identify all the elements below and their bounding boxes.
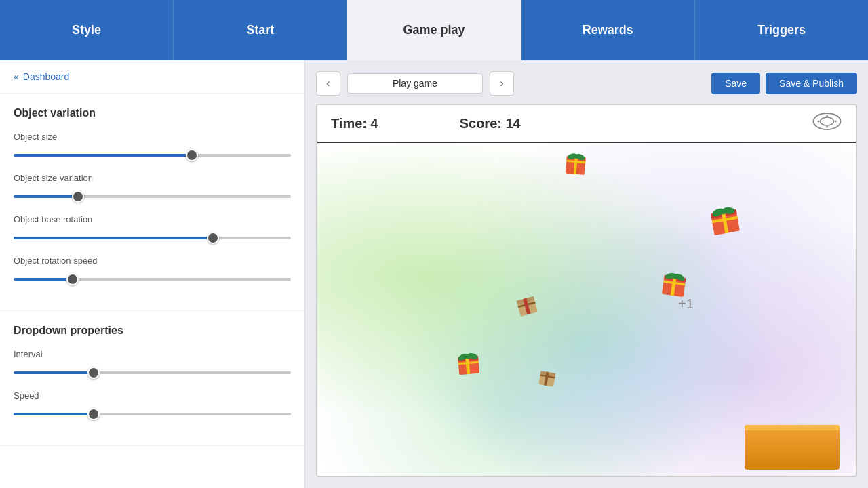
game-controller-icon	[812, 112, 842, 135]
page-label: Play game	[347, 73, 483, 94]
gift-5	[456, 349, 482, 380]
gift-6	[536, 365, 558, 391]
game-time: Time: 4	[331, 116, 378, 131]
svg-point-2	[818, 121, 820, 123]
gift-1	[564, 149, 588, 178]
save-publish-button[interactable]: Save & Publish	[766, 73, 857, 94]
nav-item-gameplay[interactable]: Game play	[347, 0, 521, 60]
nav-item-start[interactable]: Start	[174, 0, 347, 60]
svg-point-4	[826, 115, 828, 117]
object-rotation-speed-group: Object rotation speed	[14, 256, 291, 283]
object-base-rotation-label: Object base rotation	[14, 214, 291, 224]
object-variation-title: Object variation	[14, 107, 291, 119]
speed-group: Speed	[14, 390, 291, 418]
svg-point-5	[826, 126, 828, 128]
save-button[interactable]: Save	[711, 73, 760, 94]
object-size-variation-slider[interactable]	[14, 195, 291, 198]
speed-slider[interactable]	[14, 413, 291, 415]
game-header: Time: 4 Score: 14	[317, 105, 856, 143]
interval-group: Interval	[14, 349, 291, 377]
platform-box	[745, 429, 840, 470]
dropdown-properties-section: Dropdown properties Interval Speed	[0, 311, 304, 446]
interval-label: Interval	[14, 349, 291, 359]
object-base-rotation-slider[interactable]	[14, 237, 291, 239]
panel-toolbar: ‹ Play game › Save Save & Publish	[316, 71, 857, 96]
dashboard-link[interactable]: « Dashboard	[0, 60, 304, 94]
object-base-rotation-group: Object base rotation	[14, 214, 291, 242]
object-rotation-speed-slider[interactable]	[14, 278, 291, 281]
object-variation-section: Object variation Object size Object size…	[0, 94, 304, 311]
nav-item-style[interactable]: Style	[0, 0, 174, 60]
next-button[interactable]: ›	[490, 71, 514, 96]
game-score: Score: 14	[460, 116, 521, 131]
sidebar: « Dashboard Object variation Object size…	[0, 60, 305, 488]
object-size-variation-group: Object size variation	[14, 173, 291, 201]
interval-slider[interactable]	[14, 371, 291, 374]
toolbar-actions: Save Save & Publish	[711, 73, 857, 94]
game-canvas: +1	[317, 143, 856, 476]
object-rotation-speed-label: Object rotation speed	[14, 256, 291, 266]
svg-point-1	[821, 117, 834, 125]
back-icon: «	[14, 71, 19, 82]
object-size-variation-label: Object size variation	[14, 173, 291, 183]
gift-2	[708, 201, 742, 239]
prev-button[interactable]: ‹	[316, 71, 340, 96]
nav-item-triggers[interactable]: Triggers	[695, 0, 868, 60]
top-navigation: Style Start Game play Rewards Triggers	[0, 0, 868, 60]
gift-4	[513, 291, 540, 321]
dropdown-properties-title: Dropdown properties	[14, 325, 291, 337]
game-area: Time: 4 Score: 14	[316, 104, 857, 477]
object-size-group: Object size	[14, 131, 291, 159]
object-size-label: Object size	[14, 131, 291, 142]
main-layout: « Dashboard Object variation Object size…	[0, 60, 868, 488]
speed-label: Speed	[14, 390, 291, 401]
nav-item-rewards[interactable]: Rewards	[521, 0, 695, 60]
object-size-slider[interactable]	[14, 154, 291, 157]
score-popup: +1	[678, 296, 694, 312]
right-panel: ‹ Play game › Save Save & Publish Time: …	[305, 60, 868, 488]
svg-point-3	[835, 121, 837, 123]
